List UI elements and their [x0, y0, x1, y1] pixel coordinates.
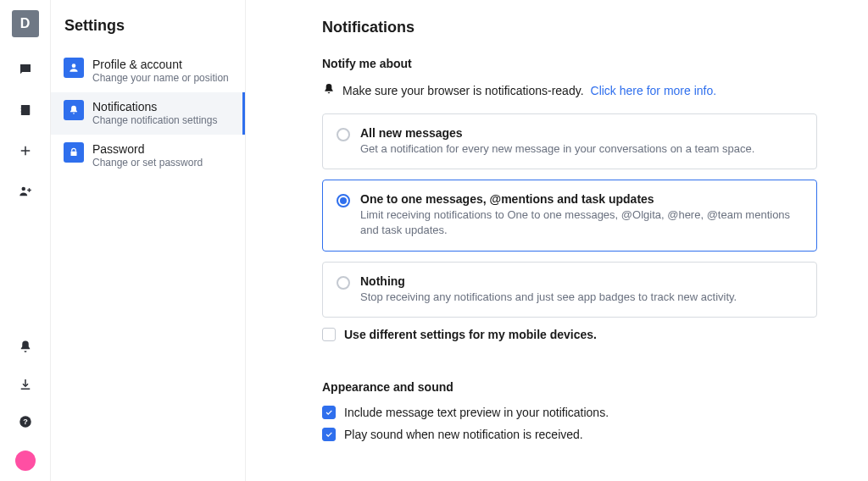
svg-point-4 [21, 187, 25, 191]
option-desc: Limit receiving notifications to One to … [360, 207, 803, 238]
option-title: Nothing [360, 274, 803, 288]
workspace-avatar[interactable]: D [12, 10, 39, 37]
notify-option-nothing[interactable]: Nothing Stop receiving any notifications… [322, 262, 817, 318]
option-label: Play sound when new notification is rece… [344, 428, 583, 441]
radio-icon [337, 194, 350, 207]
user-status-dot[interactable] [15, 451, 36, 471]
svg-rect-1 [19, 107, 21, 108]
mobile-diff-row[interactable]: Use different settings for my mobile dev… [322, 328, 817, 341]
option-title: One to one messages, @mentions and task … [360, 192, 803, 206]
sidebar-item-label: Notifications [92, 99, 217, 114]
radio-icon [337, 276, 350, 290]
checkbox-icon [322, 406, 336, 419]
sidebar-item-label: Profile & account [92, 57, 229, 72]
bell-icon[interactable] [17, 339, 34, 356]
notify-me-label: Notify me about [322, 57, 817, 70]
lock-icon [64, 142, 84, 163]
radio-icon [337, 128, 350, 141]
svg-rect-0 [20, 105, 30, 115]
option-title: All new messages [360, 126, 803, 140]
appearance-opt-preview[interactable]: Include message text preview in your not… [322, 406, 817, 419]
sidebar-item-profile[interactable]: Profile & account Change your name or po… [51, 50, 245, 92]
help-icon[interactable]: ? [17, 413, 34, 430]
notify-option-all[interactable]: All new messages Get a notification for … [322, 113, 817, 169]
main-content: Notifications Notify me about Make sure … [246, 0, 868, 481]
browser-info-row: Make sure your browser is notifications-… [322, 82, 817, 98]
svg-text:?: ? [23, 417, 28, 426]
settings-sidebar: Settings Profile & account Change your n… [51, 0, 246, 481]
svg-rect-2 [19, 109, 21, 111]
settings-title: Settings [51, 17, 245, 50]
checkbox-icon [322, 328, 336, 341]
sidebar-item-sub: Change your name or position [92, 72, 229, 86]
checkbox-icon [322, 428, 336, 441]
sidebar-item-sub: Change notification settings [92, 114, 217, 128]
sidebar-item-label: Password [92, 141, 203, 157]
page-heading: Notifications [322, 19, 817, 36]
option-label: Include message text preview in your not… [344, 406, 609, 419]
download-icon[interactable] [17, 376, 34, 393]
contacts-icon[interactable] [17, 102, 34, 119]
sidebar-item-password[interactable]: Password Change or set password [51, 135, 245, 177]
mobile-diff-label: Use different settings for my mobile dev… [344, 328, 597, 341]
svg-rect-8 [71, 151, 77, 155]
svg-rect-3 [19, 113, 21, 114]
sidebar-item-notifications[interactable]: Notifications Change notification settin… [51, 92, 245, 135]
notify-option-mentions[interactable]: One to one messages, @mentions and task … [322, 180, 817, 251]
person-icon [64, 58, 84, 78]
info-text: Make sure your browser is notifications-… [342, 84, 584, 97]
sidebar-item-sub: Change or set password [92, 157, 203, 170]
bell-icon [64, 100, 84, 120]
info-link[interactable]: Click here for more info. [591, 84, 717, 97]
bell-icon [322, 82, 336, 98]
appearance-opt-sound[interactable]: Play sound when new notification is rece… [322, 428, 817, 441]
appearance-label: Appearance and sound [322, 380, 817, 394]
option-desc: Stop receiving any notifications and jus… [360, 290, 803, 305]
add-user-icon[interactable] [17, 183, 34, 200]
app-rail: D ? [0, 0, 51, 481]
add-icon[interactable] [17, 142, 34, 159]
svg-point-7 [72, 64, 76, 68]
option-desc: Get a notification for every new message… [360, 141, 803, 157]
chat-icon[interactable] [17, 61, 34, 78]
